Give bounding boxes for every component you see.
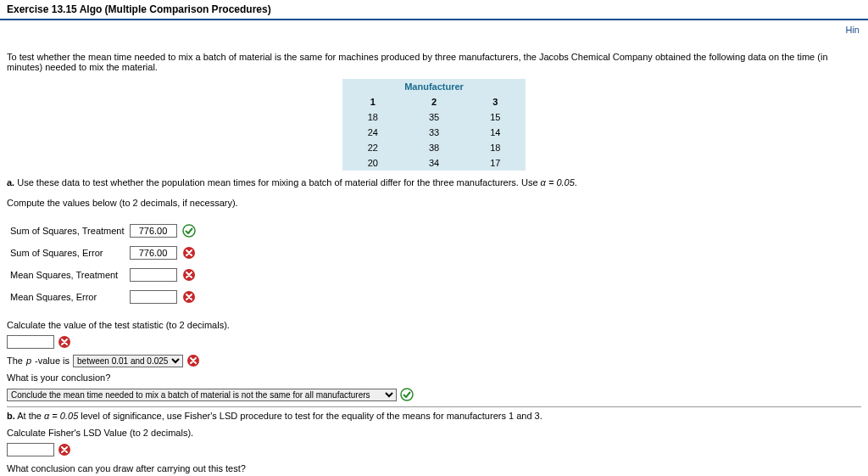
pvalue-row: The p-value is between 0.01 and 0.025: [7, 354, 861, 367]
lsd-input[interactable]: [7, 443, 54, 456]
table-row: 203417: [342, 155, 526, 171]
mse-input[interactable]: [130, 290, 177, 304]
part-a-label: a. Use these data to test whether the po…: [7, 177, 861, 188]
intro-text: To test whether the mean time needed to …: [7, 52, 861, 72]
anova-fields: Sum of Squares, Treatment Sum of Squares…: [10, 218, 201, 310]
field-label: Sum of Squares, Error: [10, 244, 130, 262]
exercise-title: Exercise 13.15 Algo (Multiple Comparison…: [7, 3, 271, 15]
exercise-content: To test whether the mean time needed to …: [0, 35, 868, 476]
table-super-header: Manufacturer: [342, 79, 526, 94]
x-icon: [182, 246, 196, 260]
field-label: Mean Squares, Treatment: [10, 266, 130, 284]
conclusion-row: Conclude the mean time needed to mix a b…: [7, 388, 861, 401]
table-row: 183515: [342, 109, 526, 125]
field-row-mse: Mean Squares, Error: [10, 288, 201, 306]
sst-input[interactable]: [130, 224, 177, 238]
col-head-2: 2: [403, 94, 465, 109]
table-row: 223818: [342, 140, 526, 155]
conclusion-q: What is your conclusion?: [7, 372, 861, 383]
col-head-3: 3: [465, 94, 526, 109]
field-label: Mean Squares, Error: [10, 288, 130, 306]
compute-instruction: Compute the values below (to 2 decimals,…: [7, 198, 861, 208]
x-icon: [58, 335, 71, 349]
x-icon: [58, 443, 71, 456]
test-stat-row: [7, 335, 861, 349]
manufacturer-table: Manufacturer 1 2 3 183515 243314 223818 …: [342, 79, 526, 171]
lsd-row: [7, 443, 861, 456]
data-table-wrap: Manufacturer 1 2 3 183515 243314 223818 …: [7, 79, 861, 171]
pvalue-select[interactable]: between 0.01 and 0.025: [73, 355, 183, 367]
test-stat-label: Calculate the value of the test statisti…: [7, 320, 861, 330]
lsd-label: Calculate Fisher's LSD Value (to 2 decim…: [7, 428, 861, 438]
field-row-sst: Sum of Squares, Treatment: [10, 221, 201, 240]
x-icon: [182, 290, 196, 304]
hint-link[interactable]: Hin: [0, 20, 868, 35]
svg-point-6: [401, 389, 413, 400]
section-divider: [7, 406, 861, 407]
conclusion-select[interactable]: Conclude the mean time needed to mix a b…: [7, 389, 397, 401]
x-icon: [182, 268, 196, 282]
check-icon: [182, 224, 196, 238]
table-row: 243314: [342, 125, 526, 140]
field-row-mst: Mean Squares, Treatment: [10, 266, 201, 284]
part-b-label: b. At the α = 0.05 level of significance…: [7, 411, 861, 421]
test-stat-input[interactable]: [7, 335, 54, 349]
col-head-1: 1: [342, 94, 403, 109]
conclusion-b-q: What conclusion can you draw after carry…: [7, 463, 861, 473]
x-icon: [186, 354, 200, 367]
mst-input[interactable]: [130, 268, 177, 282]
check-icon: [400, 388, 414, 401]
sse-input[interactable]: [130, 246, 177, 260]
svg-point-0: [183, 225, 195, 237]
exercise-header: Exercise 13.15 Algo (Multiple Comparison…: [0, 0, 868, 20]
field-row-sse: Sum of Squares, Error: [10, 244, 201, 262]
field-label: Sum of Squares, Treatment: [10, 221, 130, 240]
